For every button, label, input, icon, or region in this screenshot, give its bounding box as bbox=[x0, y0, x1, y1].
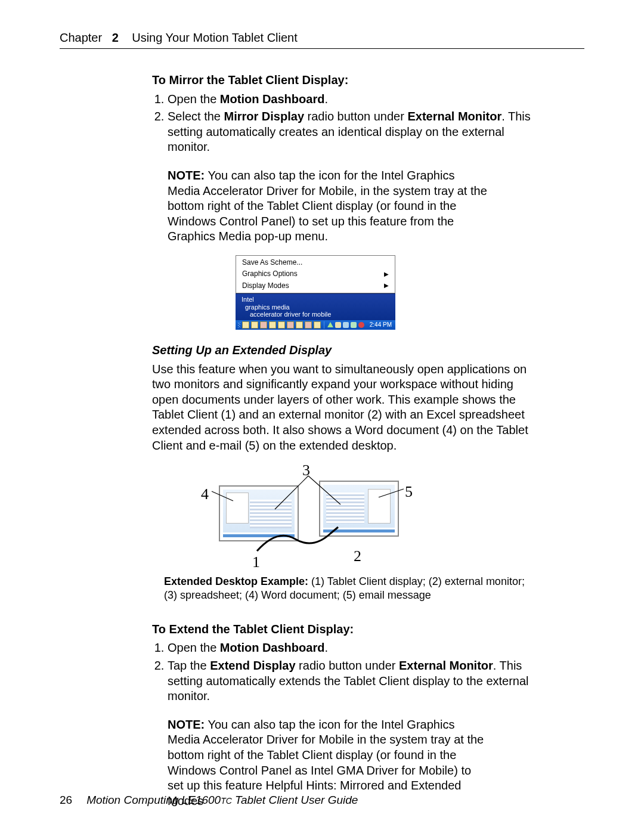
taskbar-app-icon bbox=[251, 321, 258, 329]
taskbar-divider-icon bbox=[324, 321, 324, 329]
figure-word-doc-icon bbox=[226, 493, 249, 524]
taskbar-app-icon bbox=[278, 321, 285, 329]
figure-spreadsheet-left-icon bbox=[250, 500, 292, 528]
popup-item-graphics-options: Graphics Options▶ bbox=[236, 268, 395, 280]
page: Chapter 2 Using Your Motion Tablet Clien… bbox=[0, 0, 644, 833]
figure-email-icon bbox=[368, 489, 391, 524]
taskbar-grip-icon bbox=[238, 322, 240, 328]
tray-icon bbox=[327, 322, 333, 327]
extend-heading: To Extend the Tablet Client Display: bbox=[152, 622, 534, 637]
chapter-number: 2 bbox=[112, 31, 119, 44]
taskbar-app-icon bbox=[242, 321, 249, 329]
system-tray-bar: 2:44 PM bbox=[236, 320, 395, 330]
page-footer: 26 Motion Computing LE1600TC Tablet Clie… bbox=[60, 794, 358, 807]
chapter-title: Using Your Motion Tablet Client bbox=[132, 31, 298, 44]
chapter-header: Chapter 2 Using Your Motion Tablet Clien… bbox=[60, 31, 584, 49]
figure-callout-1: 1 bbox=[252, 552, 260, 572]
mirror-note: NOTE: You can also tap the icon for the … bbox=[168, 168, 490, 244]
tray-icon bbox=[351, 322, 357, 328]
taskbar-app-icon bbox=[260, 321, 267, 329]
figure-caption: Extended Desktop Example: (1) Tablet Cli… bbox=[164, 575, 525, 603]
extended-setup-body: Use this feature when you want to simult… bbox=[152, 362, 534, 454]
mirror-step-2: Select the Mirror Display radio button u… bbox=[168, 109, 534, 155]
figure-monitor-1 bbox=[219, 485, 299, 541]
mirror-heading: To Mirror the Tablet Client Display: bbox=[152, 73, 534, 88]
submenu-arrow-icon: ▶ bbox=[384, 271, 389, 278]
footer-title: Motion Computing LE1600TC Tablet Client … bbox=[86, 794, 358, 807]
tray-icon bbox=[358, 322, 364, 328]
popup-context-menu: Save As Scheme... Graphics Options▶ Disp… bbox=[236, 255, 395, 293]
figure-spreadsheet-right-icon bbox=[326, 493, 364, 524]
figure-callout-4: 4 bbox=[201, 484, 209, 504]
taskbar-app-icon bbox=[314, 321, 321, 329]
extend-steps: Open the Motion Dashboard. Tap the Exten… bbox=[152, 640, 534, 704]
taskbar-clock: 2:44 PM bbox=[370, 321, 393, 329]
taskbar-app-icon bbox=[296, 321, 303, 329]
taskbar-app-icon bbox=[305, 321, 312, 329]
figure-monitor-2 bbox=[319, 481, 399, 537]
figure-callout-2: 2 bbox=[354, 546, 361, 566]
extended-desktop-figure: 3 4 5 1 2 bbox=[200, 463, 414, 570]
popup-item-display-modes: Display Modes▶ bbox=[236, 280, 395, 292]
taskbar-app-icon bbox=[269, 321, 276, 329]
tray-icon bbox=[343, 322, 349, 328]
mirror-steps: Open the Motion Dashboard. Select the Mi… bbox=[152, 92, 534, 155]
figure-callout-5: 5 bbox=[405, 482, 413, 501]
chapter-label-text: Chapter bbox=[60, 31, 102, 44]
taskbar-app-icon bbox=[287, 321, 294, 329]
extended-setup-heading: Setting Up an Extended Display bbox=[152, 343, 534, 358]
content-column: To Mirror the Tablet Client Display: Ope… bbox=[152, 73, 534, 809]
figure-callout-3: 3 bbox=[302, 460, 310, 480]
page-number: 26 bbox=[60, 794, 72, 807]
popup-menu-figure: Save As Scheme... Graphics Options▶ Disp… bbox=[236, 255, 395, 330]
popup-item-save-scheme: Save As Scheme... bbox=[236, 257, 395, 268]
tray-icon bbox=[335, 322, 341, 328]
extend-step-1: Open the Motion Dashboard. bbox=[168, 640, 534, 656]
submenu-arrow-icon: ▶ bbox=[384, 282, 389, 290]
intel-gma-banner: Intel graphics media accelerator driver … bbox=[236, 293, 395, 320]
mirror-step-1: Open the Motion Dashboard. bbox=[168, 92, 534, 107]
extend-step-2: Tap the Extend Display radio button unde… bbox=[168, 658, 534, 704]
